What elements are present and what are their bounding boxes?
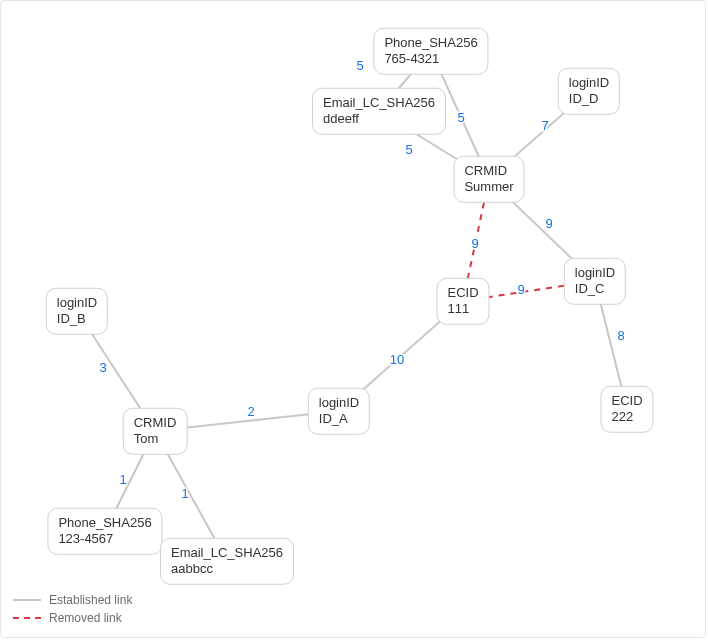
node-type-label: ECID — [611, 393, 642, 409]
legend-row-removed: Removed link — [13, 609, 132, 627]
node-value-label: 222 — [611, 409, 642, 425]
legend-swatch-established — [13, 599, 41, 601]
graph-node-phone_summer[interactable]: Phone_SHA256765-4321 — [373, 28, 488, 75]
graph-node-login_a[interactable]: loginIDID_A — [308, 388, 370, 435]
node-type-label: loginID — [57, 295, 97, 311]
graph-node-crmid_tom[interactable]: CRMIDTom — [123, 408, 188, 455]
edge-weight-label: 9 — [471, 236, 478, 251]
edge-weight-label: 10 — [390, 352, 404, 367]
node-value-label: ID_B — [57, 311, 97, 327]
node-type-label: loginID — [319, 395, 359, 411]
node-type-label: Email_LC_SHA256 — [323, 95, 435, 111]
edge-weight-label: 7 — [541, 118, 548, 133]
node-value-label: ID_D — [569, 91, 609, 107]
node-type-label: CRMID — [464, 163, 513, 179]
node-type-label: Phone_SHA256 — [384, 35, 477, 51]
graph-node-crmid_summer[interactable]: CRMIDSummer — [453, 156, 524, 203]
node-value-label: 765-4321 — [384, 51, 477, 67]
edge-weight-label: 3 — [99, 360, 106, 375]
node-value-label: ID_A — [319, 411, 359, 427]
graph-node-ecid_222[interactable]: ECID222 — [600, 386, 653, 433]
edge-weight-label: 5 — [457, 110, 464, 125]
node-type-label: Phone_SHA256 — [58, 515, 151, 531]
edge-weight-label: 9 — [517, 282, 524, 297]
node-value-label: aabbcc — [171, 561, 283, 577]
node-value-label: Summer — [464, 179, 513, 195]
graph-node-ecid_111[interactable]: ECID111 — [436, 278, 489, 325]
node-value-label: ddeeff — [323, 111, 435, 127]
graph-node-email_tom[interactable]: Email_LC_SHA256aabbcc — [160, 538, 294, 585]
graph-node-email_summer[interactable]: Email_LC_SHA256ddeeff — [312, 88, 446, 135]
node-value-label: 111 — [447, 301, 478, 317]
edge-weight-label: 1 — [181, 486, 188, 501]
graph-node-login_c[interactable]: loginIDID_C — [564, 258, 626, 305]
legend: Established link Removed link — [13, 591, 132, 627]
edge-weight-label: 5 — [356, 58, 363, 73]
identity-graph: 55579998102311 Established link Removed … — [0, 0, 706, 638]
edge-weight-label: 5 — [405, 142, 412, 157]
node-type-label: loginID — [575, 265, 615, 281]
node-type-label: Email_LC_SHA256 — [171, 545, 283, 561]
graph-node-login_b[interactable]: loginIDID_B — [46, 288, 108, 335]
node-value-label: 123-4567 — [58, 531, 151, 547]
node-type-label: ECID — [447, 285, 478, 301]
node-value-label: Tom — [134, 431, 177, 447]
edge-weight-label: 9 — [545, 216, 552, 231]
graph-node-phone_tom[interactable]: Phone_SHA256123-4567 — [47, 508, 162, 555]
edge-weight-label: 2 — [247, 404, 254, 419]
graph-node-login_d[interactable]: loginIDID_D — [558, 68, 620, 115]
legend-row-established: Established link — [13, 591, 132, 609]
node-type-label: CRMID — [134, 415, 177, 431]
node-value-label: ID_C — [575, 281, 615, 297]
legend-label-established: Established link — [49, 593, 132, 607]
legend-swatch-removed — [13, 617, 41, 619]
legend-label-removed: Removed link — [49, 611, 122, 625]
edge-weight-label: 1 — [119, 472, 126, 487]
edge-weight-label: 8 — [617, 328, 624, 343]
node-type-label: loginID — [569, 75, 609, 91]
